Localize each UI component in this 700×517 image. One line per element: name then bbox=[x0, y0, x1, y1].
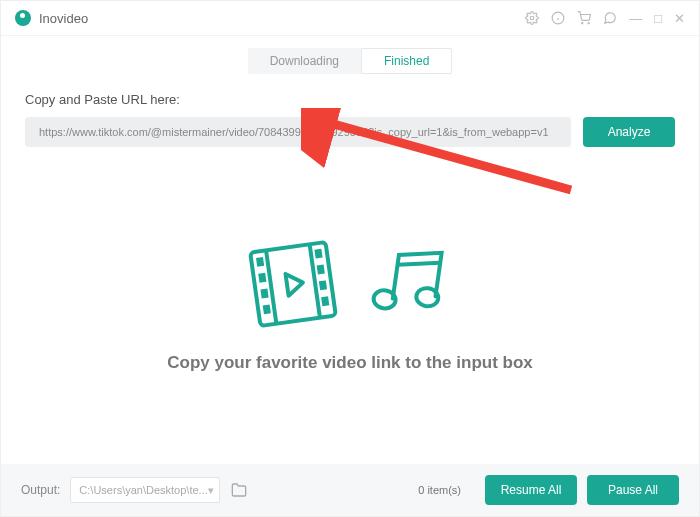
info-icon[interactable] bbox=[551, 11, 565, 25]
resume-all-button[interactable]: Resume All bbox=[485, 475, 577, 505]
url-area: Copy and Paste URL here: Analyze bbox=[1, 74, 699, 147]
svg-point-4 bbox=[582, 23, 583, 24]
open-folder-button[interactable] bbox=[230, 481, 248, 499]
item-count: 0 item(s) bbox=[418, 484, 461, 496]
help-icon[interactable] bbox=[603, 11, 617, 25]
svg-rect-11 bbox=[260, 288, 268, 298]
tab-finished[interactable]: Finished bbox=[361, 48, 452, 74]
music-icon bbox=[367, 239, 457, 329]
minimize-button[interactable]: — bbox=[629, 12, 642, 25]
footer-bar: Output: C:\Users\yan\Desktop\te... ▾ 0 i… bbox=[1, 464, 699, 516]
svg-rect-9 bbox=[256, 256, 264, 266]
svg-rect-14 bbox=[317, 264, 325, 274]
url-label: Copy and Paste URL here: bbox=[25, 92, 675, 107]
output-path-value: C:\Users\yan\Desktop\te... bbox=[79, 484, 207, 496]
svg-marker-17 bbox=[286, 271, 305, 295]
output-path-select[interactable]: C:\Users\yan\Desktop\te... ▾ bbox=[70, 477, 220, 503]
app-logo-icon bbox=[15, 10, 31, 26]
svg-rect-10 bbox=[258, 272, 266, 282]
svg-point-5 bbox=[588, 23, 589, 24]
tab-downloading[interactable]: Downloading bbox=[248, 48, 361, 74]
pause-all-button[interactable]: Pause All bbox=[587, 475, 679, 505]
empty-state-text: Copy your favorite video link to the inp… bbox=[167, 353, 533, 373]
close-button[interactable]: ✕ bbox=[674, 12, 685, 25]
analyze-button[interactable]: Analyze bbox=[583, 117, 675, 147]
settings-icon[interactable] bbox=[525, 11, 539, 25]
tab-bar: Downloading Finished bbox=[1, 36, 699, 74]
svg-point-0 bbox=[530, 16, 534, 20]
app-title: Inovideo bbox=[39, 11, 88, 26]
url-input[interactable] bbox=[25, 117, 571, 147]
film-icon bbox=[243, 239, 343, 329]
svg-line-18 bbox=[398, 256, 441, 270]
svg-rect-12 bbox=[263, 304, 271, 314]
output-label: Output: bbox=[21, 483, 60, 497]
empty-state: Copy your favorite video link to the inp… bbox=[1, 147, 699, 464]
maximize-button[interactable]: □ bbox=[654, 12, 662, 25]
svg-rect-15 bbox=[319, 280, 327, 290]
svg-rect-16 bbox=[321, 296, 329, 306]
chevron-down-icon: ▾ bbox=[208, 484, 214, 497]
cart-icon[interactable] bbox=[577, 11, 591, 25]
title-bar: Inovideo — □ ✕ bbox=[1, 1, 699, 36]
svg-rect-13 bbox=[314, 248, 322, 258]
